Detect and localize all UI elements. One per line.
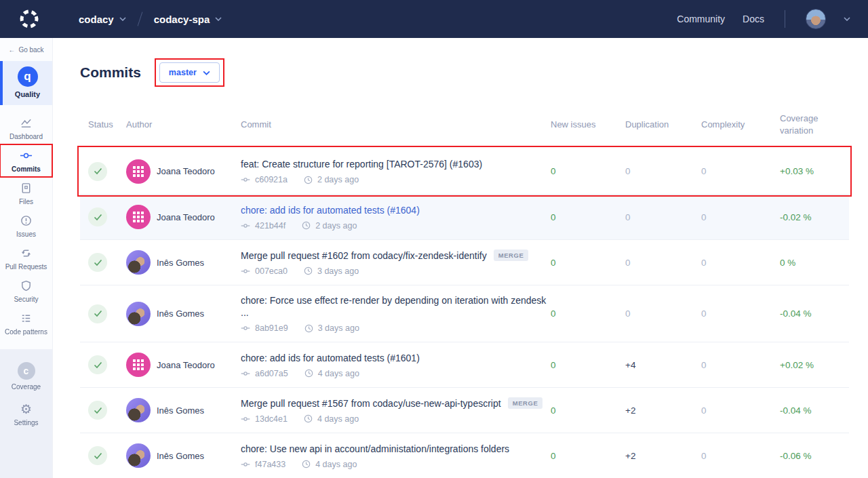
org-name: codacy (79, 14, 114, 25)
status-success-icon (88, 304, 107, 323)
sidebar-item-dashboard[interactable]: Dashboard (0, 112, 52, 144)
docs-link[interactable]: Docs (743, 14, 764, 24)
commit-hash[interactable]: 8ab91e9 (255, 323, 288, 333)
new-issues-value: 0 (551, 258, 625, 268)
author-avatar (126, 205, 151, 229)
clock-icon (304, 266, 313, 275)
table-row[interactable]: Joana Teodoro chore: add ids for automat… (80, 342, 849, 387)
author-name: Joana Teodoro (157, 166, 215, 176)
complexity-value: 0 (701, 212, 780, 222)
repo-name: codacy-spa (154, 14, 210, 25)
clock-icon (302, 221, 311, 230)
merge-badge: MERGE (508, 397, 543, 409)
sidebar-item-settings[interactable]: ⚙ Settings (0, 395, 52, 433)
coverage-variation-value: -0.02 % (780, 212, 849, 222)
sidebar-item-files[interactable]: Files (0, 177, 52, 210)
pull-requests-icon (20, 247, 33, 260)
sidebar-item-issues[interactable]: Issues (0, 210, 52, 242)
author-name: Inês Gomes (157, 258, 204, 268)
new-issues-value: 0 (551, 405, 625, 416)
branch-selector-button[interactable]: master (159, 62, 220, 83)
commits-table: Status Author Commit New issues Duplicat… (80, 103, 849, 478)
new-issues-value: 0 (551, 451, 625, 461)
sidebar-item-code-patterns[interactable]: Code patterns (0, 307, 52, 340)
clock-icon (304, 369, 313, 378)
commit-title-link[interactable]: chore: Use new api in account/administat… (241, 443, 509, 454)
commit-hash[interactable]: 13dc4e1 (255, 414, 288, 424)
chevron-down-icon (203, 71, 210, 75)
commit-hash-icon (241, 221, 250, 231)
go-back-button[interactable]: ← Go back (0, 38, 52, 61)
coverage-icon: c (18, 362, 35, 380)
author-avatar (126, 302, 151, 326)
sidebar-item-commits[interactable]: Commits (0, 144, 52, 177)
go-back-label: Go back (18, 46, 43, 54)
commit-hash[interactable]: 007eca0 (255, 266, 288, 276)
column-header-new-issues: New issues (551, 119, 625, 130)
commit-time: 4 days ago (317, 414, 359, 424)
duplication-value: 0 (625, 212, 701, 222)
new-issues-value: 0 (551, 308, 625, 319)
commit-hash[interactable]: 421b44f (255, 221, 285, 231)
user-menu-chevron-down-icon[interactable] (844, 17, 850, 21)
commit-title-link[interactable]: feat: Create structure for reporting [TA… (241, 159, 482, 170)
commit-title-link[interactable]: Merge pull request #1602 from codacy/fix… (241, 250, 487, 261)
table-row[interactable]: Joana Teodoro feat: Create structure for… (80, 148, 849, 194)
author-name: Inês Gomes (157, 451, 204, 461)
coverage-variation-value: -0.06 % (780, 451, 849, 461)
clock-icon (302, 460, 311, 469)
commit-hash[interactable]: f47a433 (255, 460, 285, 469)
clock-icon (304, 414, 313, 423)
table-header: Status Author Commit New issues Duplicat… (80, 103, 849, 148)
product-quality[interactable]: q Quality (0, 61, 52, 105)
author-name: Joana Teodoro (157, 212, 215, 222)
breadcrumb: codacy codacy-spa (79, 12, 222, 26)
chevron-down-icon (215, 17, 222, 21)
commit-hash[interactable]: a6d07a5 (255, 369, 288, 378)
duplication-value: 0 (625, 258, 701, 268)
gear-icon: ⚙ (20, 402, 32, 416)
column-header-complexity: Complexity (701, 119, 780, 130)
repo-selector[interactable]: codacy-spa (154, 14, 222, 25)
commit-hash[interactable]: c60921a (255, 175, 288, 184)
quality-logo-icon: q (18, 66, 38, 87)
complexity-value: 0 (701, 308, 780, 319)
commit-title-link[interactable]: chore: Force use effect re-render by dep… (241, 295, 546, 318)
clock-icon (304, 176, 313, 184)
table-row[interactable]: Inês Gomes Merge pull request #1567 from… (80, 387, 849, 433)
shield-icon (20, 279, 33, 292)
table-row[interactable]: Joana Teodoro chore: add ids for automat… (80, 194, 849, 239)
commit-hash-icon (241, 323, 250, 333)
commit-title-link[interactable]: chore: add ids for automated tests (#160… (241, 353, 420, 363)
complexity-value: 0 (701, 405, 780, 416)
user-avatar[interactable] (806, 9, 826, 29)
table-row[interactable]: Inês Gomes Merge pull request #1602 from… (80, 239, 849, 285)
page-title: Commits (80, 64, 141, 81)
commit-title-link[interactable]: Merge pull request #1567 from codacy/use… (241, 398, 501, 409)
org-selector[interactable]: codacy (79, 14, 126, 25)
complexity-value: 0 (701, 166, 780, 176)
sidebar-item-security[interactable]: Security (0, 275, 52, 307)
topbar-divider (785, 10, 785, 28)
sidebar-item-coverage[interactable]: c Coverage (0, 357, 52, 395)
code-patterns-icon (20, 312, 33, 325)
status-success-icon (88, 253, 107, 272)
commit-hash-icon (241, 414, 250, 424)
main-content: Commits master Status Author Commit New … (53, 38, 868, 478)
commit-hash-icon (241, 175, 250, 184)
codacy-logo-icon[interactable] (18, 7, 41, 31)
table-row[interactable]: Inês Gomes chore: Force use effect re-re… (80, 285, 849, 342)
commit-time: 4 days ago (315, 460, 357, 469)
duplication-value: 0 (625, 308, 701, 319)
chevron-down-icon (119, 17, 126, 21)
commit-title-link[interactable]: chore: add ids for automated tests (#160… (241, 205, 420, 216)
status-success-icon (88, 355, 107, 374)
table-row[interactable]: Inês Gomes chore: Use new api in account… (80, 433, 849, 478)
complexity-value: 0 (701, 451, 780, 461)
new-issues-value: 0 (551, 212, 625, 222)
community-link[interactable]: Community (677, 14, 725, 24)
back-arrow-icon: ← (8, 46, 15, 54)
duplication-value: +4 (625, 360, 701, 370)
column-header-duplication: Duplication (625, 119, 701, 130)
sidebar-item-pull-requests[interactable]: Pull Requests (0, 242, 52, 275)
